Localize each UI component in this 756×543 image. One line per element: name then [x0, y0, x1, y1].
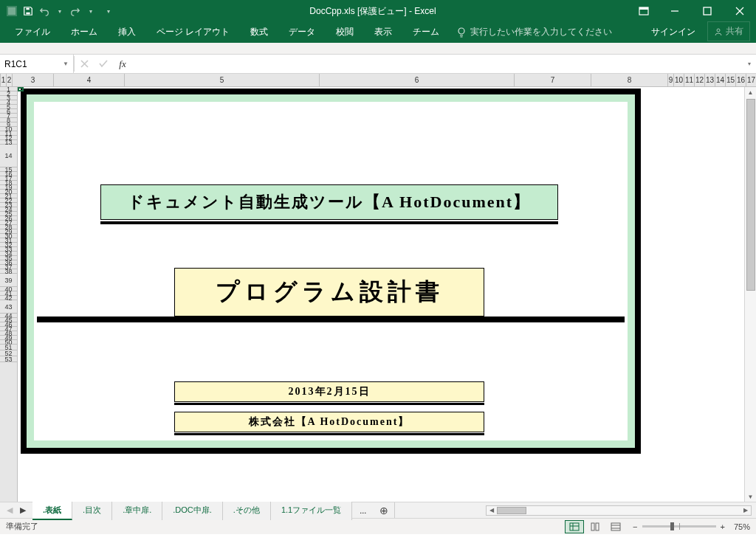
scroll-right-icon[interactable]: ▶	[740, 507, 751, 513]
tell-me-label: 実行したい作業を入力してください	[470, 26, 612, 38]
svg-point-13	[717, 29, 720, 32]
svg-rect-19	[591, 523, 594, 530]
sheet-tab[interactable]: .章中扉.	[112, 501, 162, 520]
worksheet: 123456789101112131415161718 123456789101…	[0, 74, 756, 502]
column-header[interactable]: 4	[54, 74, 125, 86]
share-button[interactable]: 共有	[707, 21, 750, 41]
scroll-up-icon[interactable]: ▲	[748, 87, 754, 97]
view-page-layout-button[interactable]	[585, 520, 605, 533]
tab-team[interactable]: チーム	[402, 21, 450, 43]
svg-rect-16	[570, 523, 579, 530]
row-headers: 1234567891011121314151617181920212223242…	[0, 87, 18, 502]
lightbulb-icon	[457, 27, 466, 38]
view-page-break-button[interactable]	[606, 520, 625, 533]
name-box[interactable]: R1C1 ▼	[0, 55, 74, 73]
ribbon-display-options-icon[interactable]	[632, 1, 656, 21]
svg-rect-7	[704, 7, 711, 15]
tab-page-layout[interactable]: ページ レイアウト	[146, 21, 240, 43]
column-header[interactable]: 16	[736, 74, 746, 86]
scroll-left-icon[interactable]: ◀	[487, 507, 497, 513]
column-header[interactable]: 8	[591, 74, 668, 86]
minimize-button[interactable]	[659, 0, 691, 22]
date-box: 2013年2月15日	[174, 381, 484, 402]
view-normal-button[interactable]	[565, 520, 584, 533]
vertical-scroll-thumb[interactable]	[746, 99, 755, 291]
formula-bar-expand-icon[interactable]: ▾	[743, 55, 756, 73]
excel-app-icon	[6, 5, 18, 17]
column-header[interactable]: 10	[674, 74, 684, 86]
name-box-value: R1C1	[4, 59, 27, 69]
tool-title-box: ドキュメント自動生成ツール【A HotDocument】	[100, 184, 558, 220]
column-header[interactable]: 1	[1, 74, 7, 86]
scroll-down-icon[interactable]: ▼	[748, 491, 754, 502]
ribbon-tabs: ファイル ホーム 挿入 ページ レイアウト 数式 データ 校閲 表示 チーム 実…	[0, 22, 756, 43]
column-header[interactable]: 14	[715, 74, 726, 86]
status-ready-label: 準備完了	[6, 521, 38, 532]
insert-function-button[interactable]: fx	[113, 58, 132, 70]
tab-view[interactable]: 表示	[364, 21, 402, 43]
tell-me-box[interactable]: 実行したい作業を入力してください	[450, 21, 619, 43]
close-button[interactable]	[724, 0, 756, 22]
share-icon	[714, 27, 723, 36]
column-header[interactable]: 11	[684, 74, 695, 86]
horizontal-scroll-thumb[interactable]	[497, 507, 526, 514]
column-header[interactable]: 17	[746, 74, 756, 86]
sheet-tab[interactable]: 1.1ファイル一覧	[271, 501, 352, 520]
sheet-tab[interactable]: .表紙	[32, 501, 72, 520]
sheet-tabs-more[interactable]: ...	[352, 503, 374, 518]
column-header[interactable]: 5	[125, 74, 320, 86]
maximize-button[interactable]	[691, 0, 724, 22]
zoom-level-label[interactable]: 75%	[734, 522, 750, 531]
redo-icon[interactable]	[69, 5, 81, 17]
redo-dropdown-icon[interactable]: ▾	[86, 6, 96, 16]
column-header[interactable]: 2	[7, 74, 13, 86]
svg-rect-3	[26, 8, 29, 10]
select-all-button[interactable]	[0, 74, 1, 86]
column-header[interactable]: 9	[668, 74, 674, 86]
tab-file[interactable]: ファイル	[4, 21, 61, 43]
vertical-scrollbar[interactable]: ▲ ▼	[744, 87, 756, 502]
tab-insert[interactable]: 挿入	[108, 21, 146, 43]
tab-review[interactable]: 校閲	[326, 21, 364, 43]
undo-dropdown-icon[interactable]: ▾	[55, 6, 65, 16]
column-header[interactable]: 15	[726, 74, 736, 86]
tab-home[interactable]: ホーム	[61, 21, 108, 43]
name-box-dropdown-icon[interactable]: ▼	[63, 60, 69, 67]
undo-icon[interactable]	[38, 5, 50, 17]
zoom-thumb[interactable]	[670, 522, 674, 530]
svg-rect-1	[8, 7, 16, 15]
svg-rect-5	[639, 7, 648, 10]
column-header[interactable]: 3	[13, 74, 54, 86]
horizontal-scrollbar[interactable]: ◀ ▶	[486, 505, 752, 516]
zoom-out-button[interactable]: −	[633, 522, 637, 531]
window-title: DocCpp.xls [保護ビュー] - Excel	[114, 5, 632, 18]
svg-rect-20	[596, 523, 599, 530]
sheet-tab[interactable]: .その他	[223, 501, 271, 520]
formula-cancel-button[interactable]	[75, 60, 94, 68]
formula-input[interactable]	[132, 55, 743, 73]
sheet-nav-first-icon[interactable]: ◀	[4, 505, 15, 515]
add-sheet-button[interactable]: ⊕	[374, 505, 394, 516]
column-header[interactable]: 7	[515, 74, 591, 86]
column-header[interactable]: 6	[320, 74, 515, 86]
column-headers: 123456789101112131415161718	[0, 74, 756, 87]
zoom-in-button[interactable]: +	[721, 522, 725, 531]
zoom-track[interactable]	[642, 525, 716, 528]
signin-link[interactable]: サインイン	[641, 21, 706, 43]
company-box: 株式会社【A HotDocument】	[174, 412, 484, 432]
tab-data[interactable]: データ	[278, 21, 326, 43]
column-header[interactable]: 12	[695, 74, 705, 86]
share-label: 共有	[726, 25, 743, 38]
row-header[interactable]: 14	[0, 145, 17, 167]
zoom-slider[interactable]: − + 75%	[633, 522, 750, 531]
row-header[interactable]: 53	[0, 356, 17, 362]
tab-formulas[interactable]: 数式	[240, 21, 278, 43]
sheet-nav-next-icon[interactable]: ▶	[18, 505, 28, 515]
formula-confirm-button[interactable]	[94, 60, 113, 68]
save-icon[interactable]	[22, 5, 34, 17]
sheet-tab[interactable]: .DOC中扉.	[162, 501, 223, 520]
qat-customize-icon[interactable]: ▾	[103, 6, 114, 16]
sheet-tab[interactable]: .目次	[72, 501, 112, 520]
column-header[interactable]: 13	[705, 74, 715, 86]
sheet-canvas[interactable]: ドキュメント自動生成ツール【A HotDocument】 プログラム設計書 20…	[18, 87, 756, 502]
